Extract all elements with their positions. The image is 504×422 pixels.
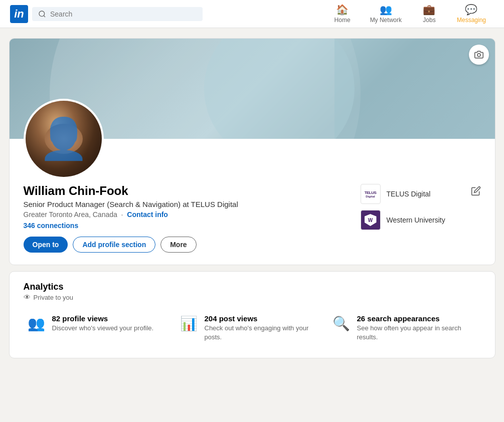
nav-item-jobs[interactable]: 💼 Jobs <box>412 1 447 28</box>
search-appearances-title: 26 search appearances <box>357 314 477 323</box>
analytics-subtitle-text: Private to you <box>34 294 74 301</box>
nav-item-home[interactable]: 🏠 Home <box>325 1 360 28</box>
action-buttons: Open to Add profile section More <box>24 237 341 253</box>
edit-profile-button[interactable] <box>467 182 485 200</box>
company-name-telus: TELUS Digital <box>387 190 431 198</box>
search-appearances-desc: See how often you appear in search resul… <box>357 324 477 342</box>
profile-views-desc: Discover who's viewed your profile. <box>52 324 154 333</box>
connections-count[interactable]: 346 connections <box>24 222 341 230</box>
analytics-items: 👥 82 profile views Discover who's viewed… <box>24 310 481 346</box>
analytics-item-profile-views[interactable]: 👥 82 profile views Discover who's viewed… <box>24 310 176 346</box>
company-name-western: Western University <box>387 216 445 224</box>
messaging-icon: 💬 <box>465 4 477 16</box>
location-text: Greater Toronto Area, Canada <box>24 210 117 219</box>
telus-logo-text: TELUS <box>365 190 377 195</box>
western-shield-symbol: W <box>368 218 373 223</box>
jobs-icon: 💼 <box>423 4 435 16</box>
company-item-telus[interactable]: TELUS Digital TELUS Digital <box>361 184 481 204</box>
profile-left: William Chin-Fook Senior Product Manager… <box>24 184 341 253</box>
analytics-subtitle: 👁 Private to you <box>24 293 481 301</box>
my-network-icon: 👥 <box>380 4 392 16</box>
analytics-post-views-info: 204 post views Check out who's engaging … <box>205 314 324 342</box>
main-nav: 🏠 Home 👥 My Network 💼 Jobs 💬 Messaging <box>325 1 494 28</box>
analytics-search-appearances-info: 26 search appearances See how often you … <box>357 314 477 342</box>
search-input[interactable] <box>50 10 197 18</box>
profile-title: Senior Product Manager (Search & Navigat… <box>24 200 341 208</box>
linkedin-logo-text: in <box>14 9 24 20</box>
avatar[interactable] <box>24 99 104 179</box>
analytics-card: Analytics 👁 Private to you 👥 82 profile … <box>9 271 495 358</box>
analytics-profile-views-info: 82 profile views Discover who's viewed y… <box>52 314 154 333</box>
profile-main: William Chin-Fook Senior Product Manager… <box>24 184 481 253</box>
western-logo: W <box>361 210 381 230</box>
pencil-icon <box>471 186 481 196</box>
post-views-desc: Check out who's engaging with your posts… <box>205 324 324 342</box>
nav-label-home: Home <box>334 17 351 24</box>
profile-name: William Chin-Fook <box>24 184 341 198</box>
linkedin-logo[interactable]: in <box>10 5 28 23</box>
svg-point-1 <box>477 54 480 57</box>
nav-label-my-network: My Network <box>370 17 402 24</box>
navbar: in 🏠 Home 👥 My Network 💼 Jobs 💬 Messagin… <box>0 0 504 28</box>
analytics-title: Analytics <box>24 282 481 292</box>
profile-location: Greater Toronto Area, Canada · Contact i… <box>24 210 341 219</box>
eye-icon: 👁 <box>24 293 31 301</box>
camera-icon <box>474 50 483 59</box>
western-shield-icon: W <box>365 214 377 226</box>
contact-info-link[interactable]: Contact info <box>127 210 168 219</box>
profile-views-title: 82 profile views <box>52 314 154 323</box>
search-icon <box>38 10 46 18</box>
profile-views-icon: 👥 <box>28 315 45 332</box>
main-content: William Chin-Fook Senior Product Manager… <box>0 28 504 368</box>
telus-logo: TELUS Digital <box>361 184 381 204</box>
open-to-button[interactable]: Open to <box>24 237 68 253</box>
nav-item-my-network[interactable]: 👥 My Network <box>362 1 410 28</box>
profile-card: William Chin-Fook Senior Product Manager… <box>9 38 495 265</box>
cover-shape-2 <box>204 39 355 139</box>
nav-label-jobs: Jobs <box>423 17 435 24</box>
post-views-title: 204 post views <box>205 314 324 323</box>
nav-label-messaging: Messaging <box>457 17 486 24</box>
analytics-item-post-views[interactable]: 📊 204 post views Check out who's engagin… <box>176 310 328 346</box>
profile-right: TELUS Digital TELUS Digital W Western Un… <box>361 184 481 253</box>
profile-info: William Chin-Fook Senior Product Manager… <box>10 174 495 265</box>
avatar-image <box>26 101 102 177</box>
svg-point-0 <box>39 11 45 17</box>
company-item-western[interactable]: W Western University <box>361 210 481 230</box>
post-views-icon: 📊 <box>180 315 198 332</box>
add-profile-section-button[interactable]: Add profile section <box>73 237 155 253</box>
more-button[interactable]: More <box>160 237 196 253</box>
analytics-item-search-appearances[interactable]: 🔍 26 search appearances See how often yo… <box>328 310 481 346</box>
search-appearances-icon: 🔍 <box>332 315 350 332</box>
cover-photo-camera-button[interactable] <box>469 45 489 65</box>
search-bar[interactable] <box>32 7 203 21</box>
telus-logo-subtext: Digital <box>366 195 375 198</box>
nav-item-messaging[interactable]: 💬 Messaging <box>449 1 494 28</box>
home-icon: 🏠 <box>336 4 349 16</box>
